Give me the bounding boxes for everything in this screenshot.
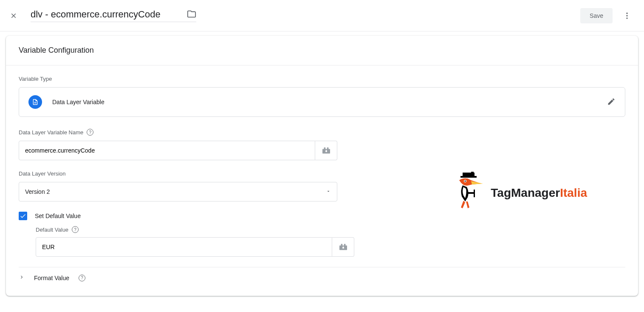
variable-type-name: Data Layer Variable xyxy=(52,99,105,105)
variable-picker-button[interactable] xyxy=(332,237,354,257)
more-menu-button[interactable] xyxy=(619,7,636,24)
watermark-text: TagManager xyxy=(491,186,560,199)
brick-icon xyxy=(322,147,331,154)
divider xyxy=(19,267,625,267)
brick-icon xyxy=(339,243,348,251)
default-value-input[interactable] xyxy=(36,237,332,257)
svg-point-0 xyxy=(626,12,627,14)
var-name-input[interactable] xyxy=(19,141,315,160)
close-button[interactable] xyxy=(8,11,19,21)
version-value: Version 2 xyxy=(25,188,50,195)
svg-point-2 xyxy=(626,17,627,19)
svg-rect-14 xyxy=(343,247,343,248)
woodpecker-icon xyxy=(451,172,486,214)
variable-picker-button[interactable] xyxy=(315,141,337,160)
svg-rect-9 xyxy=(326,150,326,151)
save-button[interactable]: Save xyxy=(580,8,613,23)
var-name-label: Data Layer Variable Name xyxy=(19,129,83,136)
help-icon[interactable]: ? xyxy=(72,226,79,233)
set-default-checkbox[interactable] xyxy=(19,212,27,220)
watermark-logo: TagManagerItalia xyxy=(451,172,587,214)
format-value-expander[interactable]: Format Value ? xyxy=(19,274,625,286)
svg-rect-3 xyxy=(34,102,36,102)
help-icon[interactable]: ? xyxy=(79,275,85,281)
svg-point-1 xyxy=(626,15,627,16)
version-select[interactable]: Version 2 xyxy=(19,182,337,201)
chevron-right-icon xyxy=(19,274,25,281)
folder-icon[interactable] xyxy=(187,9,196,20)
close-icon xyxy=(10,12,17,20)
check-icon xyxy=(20,213,26,219)
format-value-label: Format Value xyxy=(34,275,69,281)
edit-icon xyxy=(607,97,616,107)
set-default-label: Set Default Value xyxy=(35,213,81,219)
data-layer-icon xyxy=(28,95,42,109)
more-vert-icon xyxy=(623,11,631,20)
help-icon[interactable]: ? xyxy=(87,129,93,136)
variable-type-selector[interactable]: Data Layer Variable xyxy=(19,87,625,117)
variable-type-label: Variable Type xyxy=(19,76,625,82)
svg-rect-12 xyxy=(344,244,345,246)
svg-rect-20 xyxy=(474,190,475,197)
svg-rect-16 xyxy=(460,176,477,178)
svg-rect-11 xyxy=(341,244,342,246)
svg-rect-6 xyxy=(324,147,325,150)
svg-rect-17 xyxy=(471,172,474,174)
watermark-text-italia: Italia xyxy=(560,186,587,199)
default-value-label: Default Value xyxy=(36,227,68,233)
svg-point-19 xyxy=(465,181,466,182)
svg-rect-4 xyxy=(34,103,36,103)
svg-rect-7 xyxy=(327,147,328,150)
section-title: Variable Configuration xyxy=(6,36,638,65)
chevron-down-icon xyxy=(326,188,331,195)
variable-title-input[interactable] xyxy=(31,9,184,20)
